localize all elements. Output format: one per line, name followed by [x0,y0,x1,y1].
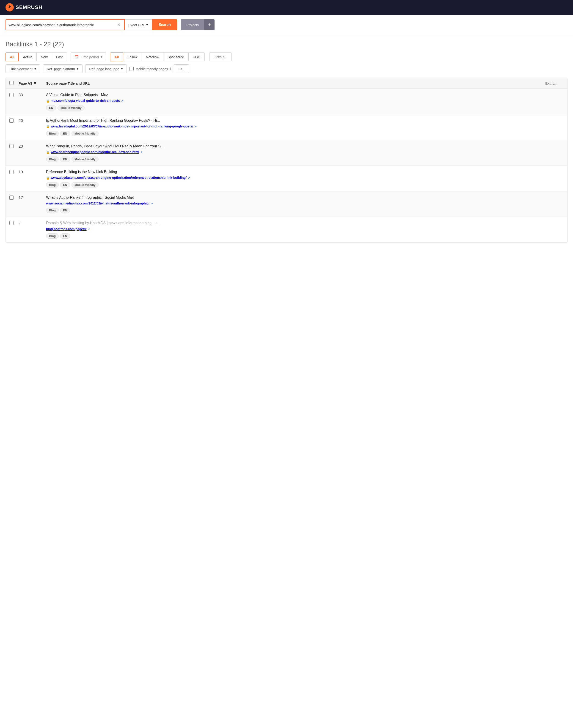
row-page-as: 20 [18,118,46,123]
row-checkbox-wrapper [9,118,18,123]
col-source-header: Source page Title and URL [46,82,545,85]
row-title: Reference Building is the New Link Build… [46,169,564,174]
url-link[interactable]: www.socialmedia-max.com/2012/02/what-is-… [46,201,149,206]
ref-page-language-dropdown[interactable]: Ref. page language ▾ [85,64,127,73]
url-input-wrapper: ✕ [5,19,125,30]
url-link[interactable]: www.hivedigital.com/2012/03/07/is-author… [51,124,193,129]
url-link[interactable]: moz.com/blog/a-visual-guide-to-rich-snip… [51,98,120,103]
tab-all-status[interactable]: All [5,52,18,61]
row-url: 🔒 www.aleydasolis.com/en/search-engine-o… [46,175,564,180]
tag-blog: Blog [46,131,59,136]
lock-icon: 🔒 [46,99,50,103]
row-tags: Blog EN [46,233,564,239]
row-checkbox-wrapper [9,195,18,201]
external-link-icon: ↗ [140,150,143,155]
mobile-friendly-checkbox[interactable] [129,67,134,71]
link-placement-label: Link placement [9,67,33,71]
main-content: Backlinks 1 - 22 (22) All Active New Los… [0,35,573,243]
info-icon: ℹ [170,67,171,70]
tab-all-link[interactable]: All [110,52,123,61]
exact-url-dropdown[interactable]: Exact URL ▾ [125,19,152,30]
tab-lost-status[interactable]: Lost [52,52,67,61]
row-checkbox[interactable] [9,221,13,225]
row-tags: Blog EN Mobile friendly [46,157,564,162]
row-page-as: 17 [18,195,46,200]
row-source: What Penguin, Panda, Page Layout And EMD… [46,144,564,162]
select-all-checkbox[interactable] [9,81,13,85]
chevron-down-icon: ▾ [77,67,79,71]
ref-page-platform-label: Ref. page platform [47,67,75,71]
status-tab-group: All Active New Lost [5,52,67,61]
row-checkbox[interactable] [9,118,13,123]
col-page-as-label: Page AS [18,82,32,85]
table-header: Page AS ⇅ Source page Title and URL Ext.… [6,78,567,89]
row-tags: Blog EN Mobile friendly [46,182,564,188]
table-row: 17 What is AuthorRank? #Infographic | So… [6,192,567,217]
row-source: Is AuthorRank Most Important for High Ra… [46,118,564,136]
tab-ugc[interactable]: UGC [189,52,205,61]
page-title-text: Backlinks [5,41,33,48]
calendar-icon: 📅 [74,55,79,59]
table-row: 20 What Penguin, Panda, Page Layout And … [6,140,567,166]
table-row: 7 Domain & Web Hosting by HostMDS | news… [6,217,567,242]
external-link-icon: ↗ [194,124,197,129]
external-link-icon: ↗ [88,227,90,232]
tab-nofollow[interactable]: Nofollow [142,52,164,61]
tag-blog: Blog [46,208,59,213]
row-url: blog.hostmds.com/page/8/ ↗ [46,227,564,232]
row-checkbox[interactable] [9,196,13,200]
url-link[interactable]: www.searchenginepeople.com/blog/the-real… [51,150,139,155]
time-period-dropdown[interactable]: 📅 Time period ▾ [70,52,106,61]
row-title: A Visual Guide to Rich Snippets - Moz [46,92,564,97]
exact-url-label: Exact URL [128,23,145,27]
link-placement-dropdown[interactable]: Link placement ▾ [5,64,40,73]
lock-icon: 🔒 [46,176,50,180]
table-row: 20 Is AuthorRank Most Important for High… [6,114,567,140]
tab-follow[interactable]: Follow [123,52,142,61]
tab-new-status[interactable]: New [37,52,52,61]
external-link-icon: ↗ [150,202,153,206]
row-checkbox[interactable] [9,93,13,97]
row-url: 🔒 www.searchenginepeople.com/blog/the-re… [46,150,564,155]
logo: SEMRUSH [5,3,42,11]
lock-icon: 🔒 [46,150,50,155]
add-project-button[interactable]: + [204,19,214,30]
filter-row-2: Link placement ▾ Ref. page platform ▾ Re… [5,64,568,73]
row-source: Reference Building is the New Link Build… [46,169,564,188]
chevron-down-icon: ▾ [34,67,36,71]
row-url: www.socialmedia-max.com/2012/02/what-is-… [46,201,564,206]
ref-page-platform-dropdown[interactable]: Ref. page platform ▾ [43,64,83,73]
col-ext-label: Ext. L... [545,82,558,85]
search-button[interactable]: Search [152,19,177,30]
chevron-down-icon: ▾ [101,55,102,59]
clear-url-button[interactable]: ✕ [116,22,121,27]
row-checkbox[interactable] [9,170,13,174]
sort-icon: ⇅ [34,82,37,85]
chevron-down-icon: ▾ [146,23,148,27]
links-partial-btn[interactable]: Links p... [209,52,232,61]
url-link[interactable]: blog.hostmds.com/page/8/ [46,227,87,231]
search-area: ✕ Exact URL ▾ Search Projects + [0,15,573,35]
tag-en: EN [60,208,70,213]
tab-sponsored[interactable]: Sponsored [163,52,189,61]
tag-en: EN [60,157,70,162]
col-page-as-header: Page AS ⇅ [18,82,46,85]
tag-en: EN [60,233,70,239]
url-input[interactable] [9,23,116,27]
external-link-icon: ↗ [188,176,190,180]
row-checkbox-wrapper [9,92,18,98]
projects-button[interactable]: Projects [181,19,204,30]
mobile-friendly-label: Mobile friendly pages [136,67,168,71]
row-page-as: 53 [18,92,46,97]
row-url: 🔒 www.hivedigital.com/2012/03/07/is-auth… [46,124,564,129]
header-checkbox-col [9,81,18,86]
filter-extra-btn[interactable]: Filt... [174,64,189,73]
row-checkbox-wrapper [9,144,18,149]
tag-mobile-friendly: Mobile friendly [71,131,99,136]
row-tags: EN Mobile friendly [46,105,564,110]
lock-icon: 🔒 [46,124,50,129]
row-checkbox[interactable] [9,144,13,148]
tab-active-status[interactable]: Active [18,52,37,61]
url-link[interactable]: www.aleydasolis.com/en/search-engine-opt… [51,175,187,180]
link-type-tab-group: All Follow Nofollow Sponsored UGC [110,52,205,61]
